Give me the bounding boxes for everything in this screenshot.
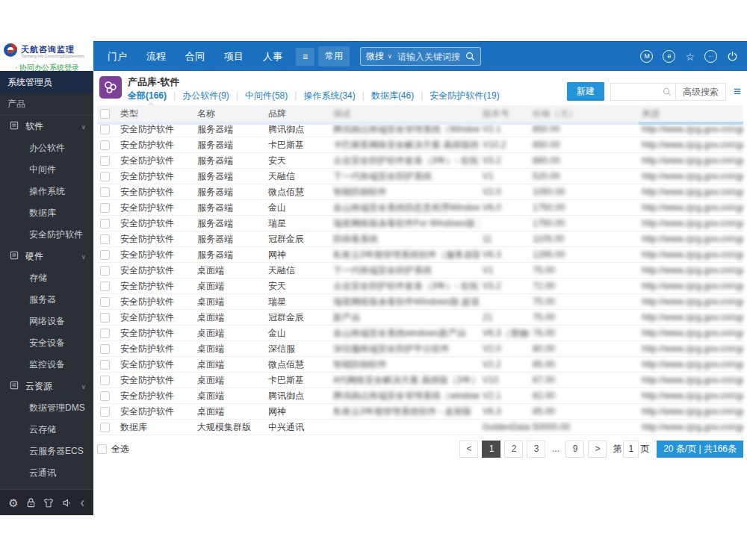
cell-source-blurred[interactable]: http://www.zjcg.gov.cn/cg/ xyxy=(639,357,743,373)
nav-item[interactable]: 门户 xyxy=(108,50,127,63)
row-checkbox[interactable] xyxy=(100,281,110,291)
sidebar-item[interactable]: 云服务器ECS xyxy=(0,441,93,462)
cell-source-blurred[interactable]: http://www.zjcg.gov.cn/cg/ xyxy=(639,153,743,169)
settings-gear-icon[interactable]: ⚙ xyxy=(8,497,18,508)
column-header[interactable]: 类型 xyxy=(117,105,194,122)
table-row[interactable]: 安全防护软件桌面端腾讯御点腾讯御点终端安全管理系统（windows版）V2.1V… xyxy=(97,388,743,404)
row-checkbox[interactable] xyxy=(100,376,110,385)
sidebar-group-header[interactable]: 硬件∨ xyxy=(0,246,93,267)
horizontal-scrollbar-thumb[interactable] xyxy=(639,122,743,125)
table-row[interactable]: 安全防护软件服务器端冠群金辰防病毒系统111105.00http://www.z… xyxy=(97,231,743,247)
cell-source-blurred[interactable]: http://www.zjcg.gov.cn/cg/ xyxy=(639,341,743,357)
sidebar-item[interactable]: 办公软件 xyxy=(0,137,93,159)
row-checkbox[interactable] xyxy=(100,250,110,260)
cell-source-blurred[interactable]: http://www.zjcg.gov.cn/cg/ xyxy=(639,247,743,263)
favorites-star-icon[interactable]: ☆ xyxy=(685,52,695,62)
table-row[interactable]: 安全防护软件服务器端安天企业安全防护软件套装（3年）- 在线升级不断网V3.28… xyxy=(97,153,743,169)
sidebar-item[interactable]: 数据管理DMS xyxy=(0,397,93,419)
cell-source-blurred[interactable]: http://www.zjcg.gov.cn/cg/ xyxy=(639,184,743,200)
table-search-icon[interactable] xyxy=(659,87,675,96)
category-tab[interactable]: 操作系统(34) xyxy=(303,90,355,102)
toolbar-collapse-icon[interactable]: ❮ xyxy=(80,500,85,506)
cell-source-blurred[interactable]: http://www.zjcg.gov.cn/cg/ xyxy=(639,279,743,294)
row-checkbox[interactable] xyxy=(100,172,110,181)
sidebar-group-header[interactable]: 软件∨ xyxy=(0,116,93,137)
cell-source-blurred[interactable]: http://www.zjcg.gov.cn/cg/ xyxy=(639,169,743,184)
table-row[interactable]: 安全防护软件服务器端金山金山终端安全系统防恶意程序Windows版专用版V6.0… xyxy=(97,200,743,216)
sidebar-item[interactable]: 操作系统 xyxy=(0,181,93,202)
row-checkbox[interactable] xyxy=(100,313,110,323)
sidebar-item[interactable]: 数据库 xyxy=(0,202,93,224)
nav-item[interactable]: 合同 xyxy=(185,50,205,63)
page-jump-input[interactable]: 1 xyxy=(623,441,639,458)
cell-source-blurred[interactable]: http://www.zjcg.gov.cn/cg/ xyxy=(639,263,743,279)
sidebar-item[interactable]: 存储 xyxy=(0,267,93,289)
column-header[interactable]: 价格（元） xyxy=(530,105,639,122)
row-checkbox[interactable] xyxy=(100,266,110,276)
header-checkbox[interactable] xyxy=(100,109,110,119)
table-row[interactable]: 数据库大规模集群版中兴通讯GoldenData s…50000.00http:/… xyxy=(97,420,743,435)
category-tab[interactable]: 办公软件(9) xyxy=(182,90,229,102)
row-checkbox[interactable] xyxy=(100,140,110,150)
category-tab[interactable]: 中间件(58) xyxy=(245,90,288,102)
table-row[interactable]: 安全防护软件桌面端微点佰慧智能防御软件V2.285.00http://www.z… xyxy=(97,357,743,373)
cell-source-blurred[interactable]: http://www.zjcg.gov.cn/cg/ xyxy=(639,388,743,404)
cell-source-blurred[interactable]: http://www.zjcg.gov.cn/cg/ xyxy=(639,231,743,247)
cell-source-blurred[interactable]: http://www.zjcg.gov.cn/cg/ xyxy=(639,200,743,216)
sidebar-item[interactable]: 安全防护软件 xyxy=(0,224,93,246)
sidebar-section-product[interactable]: 产品 xyxy=(0,93,93,116)
sidebar-item[interactable]: 监控设备 xyxy=(0,354,93,376)
table-search-input[interactable] xyxy=(611,84,659,99)
cell-source-blurred[interactable]: http://www.zjcg.gov.cn/cg/ xyxy=(639,310,743,326)
row-checkbox[interactable] xyxy=(100,391,110,401)
table-row[interactable]: 安全防护软件服务器端微点佰慧智能防御软件V2.01050.00http://ww… xyxy=(97,184,743,200)
row-checkbox[interactable] xyxy=(100,187,110,197)
message-icon[interactable]: M xyxy=(640,50,653,63)
pagination-button[interactable]: 2 xyxy=(504,441,523,458)
row-checkbox[interactable] xyxy=(100,125,110,134)
new-button[interactable]: 新建 xyxy=(567,82,604,101)
table-row[interactable]: 安全防护软件服务器端瑞星瑞星网络版杀毒软件For Windows版 三年服务17… xyxy=(97,216,743,231)
row-checkbox[interactable] xyxy=(100,329,110,338)
table-row[interactable]: 安全防护软件桌面端深信服深信服终端安全防护平台软件V2.080.00http:/… xyxy=(97,341,743,357)
column-header[interactable]: 描述 xyxy=(330,105,480,122)
cell-source-blurred[interactable]: http://www.zjcg.gov.cn/cg/ xyxy=(639,404,743,420)
column-header[interactable]: 名称 xyxy=(194,105,265,122)
table-row[interactable]: 安全防护软件服务器端卡巴斯基卡巴斯基网络安全解决方案 高级版持续更新支持…V10… xyxy=(97,137,743,153)
frequent-menu-button[interactable]: 常用 xyxy=(318,46,350,66)
row-checkbox[interactable] xyxy=(100,423,110,432)
nav-item[interactable]: 流程 xyxy=(146,50,166,63)
row-checkbox[interactable] xyxy=(100,360,110,370)
row-checkbox[interactable] xyxy=(100,407,110,417)
cell-source-blurred[interactable]: http://www.zjcg.gov.cn/cg/ xyxy=(639,420,743,435)
pagination-button[interactable]: 1 xyxy=(482,441,500,458)
nav-item[interactable]: 项目 xyxy=(224,50,244,63)
sidebar-group-header[interactable]: 云资源∨ xyxy=(0,376,93,397)
search-icon[interactable] xyxy=(465,52,475,61)
sidebar-item[interactable]: 中间件 xyxy=(0,159,93,181)
cell-source-blurred[interactable]: http://www.zjcg.gov.cn/cg/ xyxy=(639,373,743,388)
row-checkbox[interactable] xyxy=(100,156,110,166)
table-row[interactable]: 安全防护软件桌面端金山金山终端安全系统windows新产品V6.3（需确认）76… xyxy=(97,326,743,341)
cell-source-blurred[interactable]: http://www.zjcg.gov.cn/cg/ xyxy=(639,294,743,310)
cell-source-blurred[interactable]: http://www.zjcg.gov.cn/cg/ xyxy=(639,216,743,231)
global-search-input[interactable] xyxy=(396,51,462,63)
sidebar-item[interactable]: 云存储 xyxy=(0,419,93,441)
search-scope-label[interactable]: 微搜 xyxy=(366,50,384,63)
row-checkbox[interactable] xyxy=(100,297,110,307)
more-menus-button[interactable]: ≡ xyxy=(296,48,314,66)
more-options-icon[interactable]: ··· xyxy=(704,50,717,63)
cell-source-blurred[interactable]: http://www.zjcg.gov.cn/cg/ xyxy=(639,326,743,341)
sidebar-item[interactable]: 网络设备 xyxy=(0,311,93,332)
column-header[interactable]: 版本号 xyxy=(480,105,530,122)
table-row[interactable]: 安全防护软件桌面端天融信下一代终端安全防护系统V175.00http://www… xyxy=(97,263,743,279)
pagination-button[interactable]: > xyxy=(588,441,607,458)
pagination-button[interactable]: < xyxy=(459,441,478,458)
table-row[interactable]: 安全防护软件服务器端网神私有云3年期管理系统软件（服务器版）V6.31295.0… xyxy=(97,247,743,263)
sidebar-item[interactable]: 安全设备 xyxy=(0,332,93,354)
category-tab[interactable]: 数据库(46) xyxy=(371,90,414,102)
page-size-badge[interactable]: 20 条/页 | 共166条 xyxy=(657,441,743,458)
search-scope-caret-icon[interactable]: ∨ xyxy=(388,53,392,60)
table-row[interactable]: 安全防护软件桌面端冠群金辰新产品2175.00http://www.zjcg.g… xyxy=(97,310,743,326)
row-checkbox[interactable] xyxy=(100,344,110,354)
